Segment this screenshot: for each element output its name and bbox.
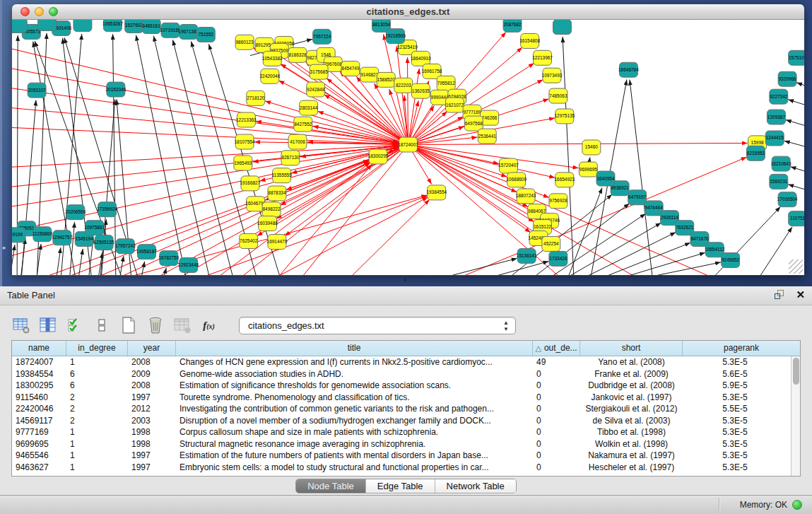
minimize-window-button[interactable]: [35, 7, 44, 16]
graph-edge[interactable]: [630, 80, 653, 275]
graph-node[interactable]: 19218506: [385, 29, 406, 44]
table-row[interactable]: 1872400712008Changes of HCN gene express…: [12, 356, 791, 368]
graph-node[interactable]: 7625402: [240, 234, 258, 249]
column-header-short[interactable]: short: [580, 341, 683, 356]
graph-node[interactable]: 10688609: [506, 173, 526, 187]
graph-node[interactable]: 15136141: [517, 248, 537, 263]
graph-node[interactable]: 6497568: [464, 116, 483, 131]
table-settings-icon[interactable]: [11, 316, 30, 334]
graph-node[interactable]: 20206556: [65, 205, 86, 220]
tab-node-table[interactable]: Node Table: [296, 479, 366, 493]
network-window-titlebar[interactable]: citations_edges.txt: [12, 4, 804, 20]
close-panel-icon[interactable]: ✕: [796, 289, 805, 300]
graph-edge[interactable]: [12, 147, 399, 235]
float-panel-icon[interactable]: [775, 289, 786, 300]
graph-node[interactable]: 9227342: [770, 89, 788, 104]
graph-node[interactable]: 3175685: [310, 64, 328, 79]
graph-node[interactable]: 17957243: [115, 239, 136, 254]
graph-edge[interactable]: [12, 245, 15, 275]
graph-node[interactable]: 7955812: [437, 76, 455, 90]
graph-edge[interactable]: [12, 127, 399, 144]
graph-node[interactable]: 9699695: [579, 162, 597, 177]
graph-node[interactable]: 12923448: [178, 257, 199, 272]
table-combobox[interactable]: citations_edges.txt ▲▼: [239, 317, 516, 334]
graph-node[interactable]: 417006: [288, 134, 307, 149]
delete-icon[interactable]: [146, 316, 165, 334]
graph-node[interactable]: 9242848: [307, 82, 325, 97]
column-header-in_degree[interactable]: in_degree: [66, 341, 128, 356]
graph-node[interactable]: 8186328: [288, 47, 307, 62]
graph-node[interactable]: 1527602: [125, 20, 143, 33]
table-row[interactable]: 2242004622012Investigating the contribut…: [12, 403, 791, 415]
graph-node[interactable]: 39199: [12, 228, 25, 243]
graph-node[interactable]: 1209387: [767, 110, 785, 124]
graph-node[interactable]: 1569231: [770, 174, 788, 189]
graph-node[interactable]: 9756928: [549, 194, 567, 209]
graph-edge[interactable]: [298, 145, 408, 275]
graph-edge[interactable]: [408, 145, 507, 177]
graph-node[interactable]: 8267130: [281, 151, 300, 165]
row-height-icon[interactable]: [92, 316, 111, 334]
graph-node[interactable]: [73, 20, 92, 32]
graph-node[interactable]: 16648784: [618, 62, 639, 77]
graph-edge[interactable]: [407, 57, 408, 145]
graph-node[interactable]: 9245652: [722, 253, 740, 268]
graph-node[interactable]: 7485063: [549, 88, 567, 103]
new-document-icon[interactable]: [119, 316, 138, 334]
graph-node[interactable]: 12213363: [236, 112, 257, 127]
graph-node[interactable]: 16914479: [267, 235, 288, 250]
graph-edge[interactable]: [56, 247, 61, 275]
zoom-window-button[interactable]: [49, 7, 58, 16]
graph-node[interactable]: 8878334: [268, 186, 286, 201]
graph-node[interactable]: 452254: [542, 236, 560, 251]
graph-node[interactable]: 12942757: [52, 230, 72, 245]
graph-edge[interactable]: [755, 227, 792, 275]
graph-edge[interactable]: [345, 199, 430, 275]
graph-edge[interactable]: [708, 206, 780, 275]
graph-edge[interactable]: [408, 145, 555, 178]
graph-node[interactable]: 1575107: [789, 50, 804, 65]
graph-edge[interactable]: [21, 100, 36, 275]
graph-node[interactable]: 18107554: [235, 134, 255, 149]
graph-node[interactable]: 18807243: [516, 189, 536, 204]
graph-node[interactable]: 12975135: [554, 109, 575, 124]
graph-node[interactable]: 16210643: [771, 156, 792, 171]
graph-edge[interactable]: [606, 252, 705, 275]
graph-node[interactable]: 16782759: [158, 251, 179, 266]
graph-node[interactable]: 11156869: [33, 227, 52, 242]
tab-network-table[interactable]: Network Table: [435, 479, 516, 493]
graph-node[interactable]: 10973493: [542, 68, 563, 83]
graph-node[interactable]: [12, 20, 27, 33]
table-row[interactable]: 977716911998Corpus callosum shape and si…: [12, 426, 791, 438]
graph-node[interactable]: 19958187: [136, 245, 157, 259]
table-row[interactable]: 946362711997Embryonic stem cells: a mode…: [12, 462, 791, 474]
memory-status-indicator[interactable]: [792, 500, 802, 510]
graph-edge[interactable]: [563, 37, 574, 275]
column-header-out_de[interactable]: △out_de...: [533, 341, 580, 356]
graph-edge[interactable]: [796, 83, 804, 94]
graph-node[interactable]: 18724007: [398, 137, 418, 152]
table-body[interactable]: 1872400712008Changes of HCN gene express…: [12, 356, 791, 476]
table-row[interactable]: 1830029562008Estimation of significance …: [12, 380, 791, 392]
graph-node[interactable]: 9329966: [778, 71, 796, 86]
graph-node[interactable]: 2087682: [503, 20, 522, 32]
graph-edge[interactable]: [408, 143, 748, 144]
tab-edge-table[interactable]: Edge Table: [366, 479, 435, 493]
graph-node[interactable]: 16654923: [554, 173, 575, 187]
graph-node[interactable]: 9860123: [235, 35, 254, 49]
graph-node[interactable]: 19166827: [240, 176, 261, 191]
graph-node[interactable]: 7957224: [313, 29, 331, 44]
table-row[interactable]: 946554611997Estimation of the future num…: [12, 450, 791, 462]
close-window-button[interactable]: [20, 7, 30, 16]
table-row[interactable]: 911546021997Tourette syndrome. Phenomeno…: [12, 392, 791, 404]
graph-edge[interactable]: [324, 95, 408, 145]
select-columns-checklist-icon[interactable]: [65, 316, 84, 334]
column-header-title[interactable]: title: [176, 341, 533, 356]
graph-edge[interactable]: [788, 100, 804, 112]
table-row[interactable]: 1456911722003Disruption of a novel membe…: [12, 415, 791, 427]
graph-node[interactable]: 16039488: [257, 216, 278, 231]
graph-node[interactable]: 2803144: [300, 100, 318, 115]
window-resize-grip[interactable]: [789, 259, 803, 274]
graph-node[interactable]: 12505135: [94, 235, 114, 250]
graph-node[interactable]: 20153346: [105, 82, 126, 97]
